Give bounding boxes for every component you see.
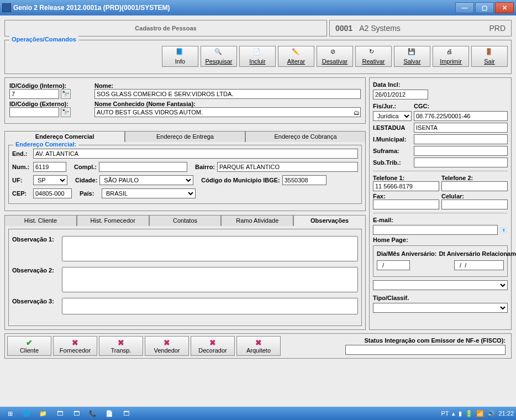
pesquisar-button[interactable]: 🔍Pesquisar <box>201 46 237 67</box>
skype-icon[interactable]: 📞 <box>85 408 101 419</box>
cep-field[interactable] <box>33 188 72 198</box>
lang-indicator[interactable]: PT <box>441 410 449 417</box>
dtaniv-field[interactable] <box>454 260 504 270</box>
iestadua-field[interactable] <box>414 123 508 133</box>
diames-field[interactable] <box>377 260 410 270</box>
cidade-select[interactable]: SÃO PAULO <box>99 175 193 185</box>
tray-flag-icon[interactable]: ▮ <box>459 410 462 417</box>
sair-button[interactable]: 🚪Sair <box>471 46 508 67</box>
page-title-box: Cadastro de Pessoas <box>4 20 327 36</box>
desativar-button[interactable]: ⊘Desativar <box>317 46 353 67</box>
fornecedor-button[interactable]: ✖Fornecedor <box>53 336 97 356</box>
email-field[interactable] <box>373 225 498 235</box>
x-icon: ✖ <box>72 338 78 347</box>
cgc-label: CGC: <box>414 103 429 109</box>
search-interno-button[interactable]: 🔭 <box>61 89 71 99</box>
tab-hist-cliente[interactable]: Hist. Cliente <box>4 215 77 226</box>
tray-battery-icon[interactable]: 🔋 <box>465 410 473 417</box>
subtrib-label: Sub.Trib.: <box>373 159 412 166</box>
id-externo-field[interactable] <box>9 107 59 117</box>
app2-icon[interactable]: 🗔 <box>69 408 84 419</box>
incluir-button[interactable]: 📄Incluir <box>239 46 276 67</box>
explorer-icon[interactable]: 📁 <box>35 408 51 419</box>
exit-icon: 🚪 <box>485 48 494 57</box>
tel2-field[interactable] <box>441 181 508 191</box>
obs2-field[interactable] <box>62 267 358 292</box>
cel-field[interactable] <box>441 200 508 209</box>
search-icon: 🔍 <box>214 48 223 57</box>
tab-contatos[interactable]: Contatos <box>149 215 222 226</box>
search-externo-button[interactable]: 🔭 <box>61 107 71 117</box>
arquiteto-button[interactable]: ✖Arquiteto <box>236 336 281 356</box>
system-code: 0001 <box>335 24 352 33</box>
nome-field[interactable] <box>94 89 361 99</box>
close-button[interactable]: ✕ <box>495 2 514 13</box>
fax-field[interactable] <box>373 200 439 209</box>
pais-select[interactable]: BRASIL <box>102 188 196 198</box>
combo1[interactable] <box>373 280 508 290</box>
id-interno-field[interactable] <box>9 89 59 99</box>
lookup-icon[interactable]: 🗂 <box>354 109 360 116</box>
right-panel: Data Incl: Fis/Jur.: CGC: Jurídica I.EST… <box>369 77 512 330</box>
ibge-field[interactable] <box>282 175 327 185</box>
tab-endereco-comercial[interactable]: Endereço Comercial <box>4 131 125 142</box>
reativar-button[interactable]: ↻Reativar <box>355 46 392 67</box>
fisjur-label: Fis/Jur.: <box>373 103 412 109</box>
tray-net-icon[interactable]: 📶 <box>476 410 484 417</box>
email-label: E-mail: <box>373 217 393 223</box>
fantasia-field[interactable] <box>94 107 361 117</box>
num-label: Num.: <box>12 164 31 170</box>
imunicipal-label: I.Municipal: <box>373 136 412 143</box>
salvar-button[interactable]: 💾Salvar <box>394 46 430 67</box>
vendedor-button[interactable]: ✖Vendedor <box>145 336 189 356</box>
ie-icon[interactable]: 🌐 <box>19 408 34 419</box>
data-incl-field[interactable] <box>373 90 428 99</box>
obs2-label: Observação 2: <box>12 267 60 274</box>
identity-panel: ID/Código (Interno): 🔭 Nome: ID/Código (… <box>4 77 366 124</box>
info-button[interactable]: 📘Info <box>162 46 198 67</box>
system-info-box: 0001 A2 Systems PRD <box>329 20 512 36</box>
tray-up-icon[interactable]: ▴ <box>452 410 455 417</box>
x-icon: ✖ <box>118 338 124 347</box>
edit-icon: ✏️ <box>292 48 301 57</box>
tel1-field[interactable] <box>373 181 439 191</box>
address-tab-body: Endereço Comercial: End.: Num.: Compl.: … <box>4 141 366 211</box>
obs3-field[interactable] <box>62 298 358 314</box>
tab-ramo-atividade[interactable]: Ramo Atividade <box>221 215 293 226</box>
clock[interactable]: 21:22 <box>498 410 514 417</box>
minimize-button[interactable]: — <box>455 2 474 13</box>
suframa-field[interactable] <box>414 146 508 156</box>
start-button[interactable]: ⊞ <box>2 408 18 419</box>
imunicipal-field[interactable] <box>414 134 508 144</box>
cliente-button[interactable]: ✔Cliente <box>7 336 51 356</box>
tab-endereco-cobranca[interactable]: Endereço de Cobrança <box>245 131 366 142</box>
lower-tabs-container: Hist. Cliente Hist. Fornecedor Contatos … <box>4 214 366 330</box>
word-icon[interactable]: 📄 <box>102 408 117 419</box>
cgc-field[interactable] <box>414 111 508 121</box>
imprimir-button[interactable]: 🖨Imprimir <box>433 46 469 67</box>
tab-hist-fornecedor[interactable]: Hist. Fornecedor <box>77 215 149 226</box>
homepage-label: Home Page: <box>373 237 408 243</box>
end-field[interactable] <box>33 149 358 159</box>
tab-observacoes[interactable]: Observações <box>293 215 366 226</box>
bairro-field[interactable] <box>217 162 358 172</box>
decorador-button[interactable]: ✖Decorador <box>191 336 235 356</box>
obs1-field[interactable] <box>62 236 358 261</box>
tray-vol-icon[interactable]: 🔊 <box>487 410 495 417</box>
uf-select[interactable]: SP <box>33 175 67 185</box>
app1-icon[interactable]: 🗔 <box>52 408 67 419</box>
transp-button[interactable]: ✖Transp. <box>99 336 143 356</box>
maximize-button[interactable]: ▢ <box>475 2 494 13</box>
alterar-button[interactable]: ✏️Alterar <box>278 46 314 67</box>
subtrib-field[interactable] <box>414 158 508 167</box>
app3-icon[interactable]: 🗔 <box>118 408 134 419</box>
compl-field[interactable] <box>99 162 187 172</box>
tipo-select[interactable] <box>373 303 508 313</box>
fisjur-select[interactable]: Jurídica <box>373 111 412 121</box>
status-nfe-field[interactable] <box>345 345 506 355</box>
cep-label: CEP: <box>12 190 31 197</box>
num-field[interactable] <box>33 162 66 172</box>
tab-endereco-entrega[interactable]: Endereço de Entrega <box>125 131 245 142</box>
email-icon[interactable]: 📧 <box>500 227 508 234</box>
bottom-panel: ✔Cliente ✖Fornecedor ✖Transp. ✖Vendedor … <box>4 333 512 359</box>
